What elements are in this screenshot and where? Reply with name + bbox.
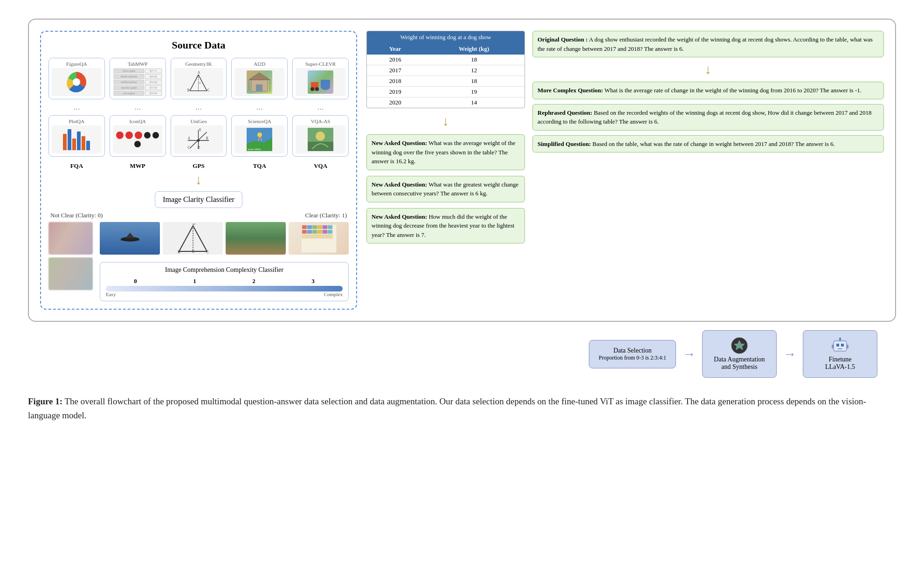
original-q-text: A dog show enthusiast recorded the weigh… xyxy=(538,36,873,52)
scale-2: 2 xyxy=(252,277,255,285)
weight-2016: 18 xyxy=(423,55,524,65)
svg-point-20 xyxy=(315,87,319,91)
svg-point-1 xyxy=(73,78,80,86)
table-row: 2017 12 xyxy=(367,65,524,76)
table-row: 2020 14 xyxy=(367,97,524,108)
q3-label: New Asked Question: xyxy=(372,213,427,220)
year-2020: 2020 xyxy=(367,97,423,108)
bottom-flow: Data Selection Proportion from 0-3 is 2:… xyxy=(28,330,896,378)
dog-table: Year Weight (kg) 2016 18 2017 12 xyxy=(367,43,524,108)
dataset-vqaas: VQA-AS xyxy=(292,115,349,157)
svg-rect-56 xyxy=(317,230,322,234)
triangle-image: D B E C xyxy=(163,222,223,255)
scale-complex: Complex xyxy=(324,291,343,297)
main-container: Source Data FigureQA xyxy=(28,19,896,322)
clear-label: Clear (Clarity: 1) xyxy=(305,212,347,219)
svg-point-29 xyxy=(197,139,200,142)
svg-rect-68 xyxy=(841,344,844,346)
original-q-label: Original Question : xyxy=(538,36,588,43)
svg-text:θ: θ xyxy=(200,81,201,84)
col-weight: Weight (kg) xyxy=(423,43,524,55)
tabmwp-name: TabMWP xyxy=(113,61,163,67)
flow-box-2: Data Augmentation and Synthesis xyxy=(702,330,777,378)
dataset-labels-row2: FQA MWP GPS TQA VQA xyxy=(48,160,349,170)
plane-image xyxy=(100,222,160,255)
iconqa-name: IconQA xyxy=(113,118,163,124)
svg-rect-60 xyxy=(307,235,312,238)
svg-rect-62 xyxy=(317,235,322,238)
svg-rect-49 xyxy=(312,225,317,229)
simplified-q-text: Based on the table, what was the rate of… xyxy=(593,140,835,147)
dog-table-wrapper: Weight of winning dog at a dog show Year… xyxy=(366,31,525,108)
svg-text:D: D xyxy=(198,146,200,150)
arrow-down-right1: ↓ xyxy=(532,63,884,76)
label-gps: GPS xyxy=(171,162,227,170)
image-examples: D B E C xyxy=(48,222,349,301)
table-row: 2019 19 xyxy=(367,87,524,97)
weight-2018: 18 xyxy=(423,76,524,87)
dataset-iconqa: IconQA xyxy=(110,115,166,157)
complex-question-box: More Complex Question: What is the avera… xyxy=(532,82,884,99)
svg-text:B: B xyxy=(187,89,190,92)
svg-rect-51 xyxy=(323,225,327,229)
svg-point-35 xyxy=(316,132,325,141)
label-fqa: FQA xyxy=(48,162,105,170)
middle-col: Weight of winning dog at a dog show Year… xyxy=(366,31,525,310)
flow-label-3: Finetune xyxy=(813,356,868,363)
svg-point-71 xyxy=(839,338,841,340)
label-vqa: VQA xyxy=(292,162,349,170)
svg-rect-54 xyxy=(307,230,312,234)
scale-1: 1 xyxy=(193,277,196,285)
label-mwp: MWP xyxy=(110,162,166,170)
scienceqa-name: ScienceQA xyxy=(234,118,284,124)
svg-rect-69 xyxy=(838,348,842,349)
simplified-question-box: Simplified Question: Based on the table,… xyxy=(532,135,884,153)
year-2016: 2016 xyxy=(367,55,423,65)
svg-rect-55 xyxy=(312,230,317,234)
plotqa-name: PlotQA xyxy=(52,118,102,124)
svg-rect-64 xyxy=(328,235,332,238)
svg-rect-72 xyxy=(832,345,834,348)
svg-text:E: E xyxy=(200,128,202,132)
scale-3: 3 xyxy=(311,277,315,285)
dataset-grid-row2: PlotQA IconQA xyxy=(48,115,349,157)
not-clear-label: Not Clear (Clarity: 0) xyxy=(50,212,103,219)
flow-label-1: Data Selection xyxy=(599,347,666,354)
dataset-figureqa: FigureQA xyxy=(48,58,105,99)
svg-rect-66 xyxy=(834,341,847,351)
flow-sublabel-1: Proportion from 0-3 is 2:3:4:1 xyxy=(599,354,666,361)
simplified-q-label: Simplified Question: xyxy=(538,140,591,147)
q1-label: New Asked Question: xyxy=(372,139,427,146)
original-question-box: Original Question : A dog show enthusias… xyxy=(532,31,884,57)
scale-easy: Easy xyxy=(106,291,116,297)
flow-arrow-1: → xyxy=(683,346,696,361)
svg-rect-34 xyxy=(308,142,333,151)
svg-text:B: B xyxy=(178,249,180,254)
svg-text:A: A xyxy=(188,137,191,140)
col-year: Year xyxy=(367,43,423,55)
clear-col: D B E C xyxy=(100,222,349,301)
svg-rect-67 xyxy=(836,344,839,346)
table-row: 2016 18 xyxy=(367,55,524,65)
svg-rect-73 xyxy=(847,345,848,348)
dots-row1: … … … … … xyxy=(48,103,349,112)
svg-rect-63 xyxy=(323,235,327,238)
ai2d-name: AI2D xyxy=(234,61,284,67)
rephrased-question-box: Rephrased Question: Based on the recorde… xyxy=(532,104,884,131)
street-image xyxy=(226,222,286,255)
blurry-image-1 xyxy=(48,222,93,255)
svg-point-19 xyxy=(310,87,314,91)
complexity-classifier-box: Image Comprehension Complexity Classifie… xyxy=(100,262,349,301)
label-tqa: TQA xyxy=(231,162,288,170)
complex-q-text: What is the average rate of change in th… xyxy=(605,87,862,94)
weight-2019: 19 xyxy=(423,87,524,97)
dog-table-header: Weight of winning dog at a dog show xyxy=(367,31,524,43)
svg-rect-58 xyxy=(328,230,332,234)
clarity-labels: Not Clear (Clarity: 0) Clear (Clarity: 1… xyxy=(48,212,349,219)
vqaas-name: VQA-AS xyxy=(296,118,345,124)
classifier-row: Image Clarity Classifier xyxy=(48,191,349,208)
right-panel: Weight of winning dog at a dog show Year… xyxy=(366,31,884,310)
svg-line-3 xyxy=(190,75,199,91)
svg-text:B: B xyxy=(206,137,208,140)
svg-text:A: A xyxy=(198,71,200,75)
